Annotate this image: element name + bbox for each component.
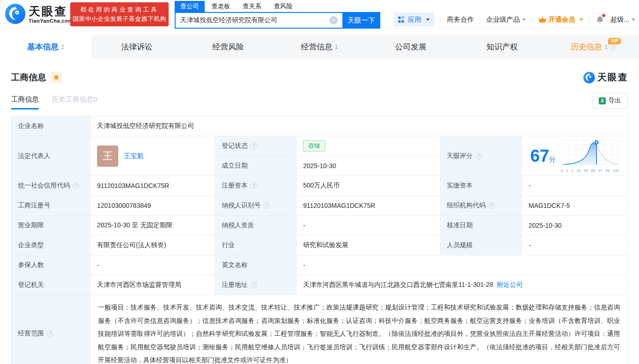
legal-rep-avatar[interactable]: 王: [97, 146, 118, 167]
field-value-org-code: MAG1DCK7-5: [522, 196, 627, 216]
field-value-reg-authority: 天津市河西区市场监督管理局: [91, 275, 215, 295]
field-value-reg-capital: 500万人民币: [297, 176, 440, 196]
field-label-business-scope: 经营范围 ?: [12, 295, 91, 364]
tab-operation-risk[interactable]: 经营风险: [183, 35, 274, 59]
field-value-reg-address: 天津市河西区黑牛城道与内江北路交口西北侧七贤南里11-1-301-28 附近公司: [297, 275, 627, 295]
subtab-history-business-info[interactable]: 历史工商信息0: [52, 95, 97, 109]
notification-dot: [602, 14, 605, 17]
monitor-bell-icon[interactable]: [51, 72, 62, 83]
table-row: 登记机关 天津市河西区市场监督管理局 注册地址 ? 天津市河西区黑牛城道与内江北…: [12, 275, 627, 295]
search-tab-risk[interactable]: 查风险: [274, 2, 293, 11]
divider: [440, 17, 441, 23]
help-icon[interactable]: ?: [47, 330, 53, 337]
table-row: 经营范围 ? 一般项目：技术服务、技术开发、技术咨询、技术交流、技术转让、技术推…: [12, 295, 627, 364]
field-label-credit-code: 统一社会信用代码 ?: [12, 176, 91, 196]
field-value-taxpayer-quality: -: [297, 216, 440, 236]
table-row: 营业期限 2025-10-30 至 无固定期限 纳税人资质 - 核准日期 202…: [12, 216, 627, 236]
search-tab-boss[interactable]: 查老板: [212, 2, 231, 11]
tab-count: 1: [335, 43, 338, 50]
chevron-down-icon: [632, 18, 635, 21]
top-header: 天眼查 TianYanCha.com 都在用的商业查询工具 国家中小企业发展子基…: [0, 0, 639, 29]
tab-basic-info[interactable]: 基本信息 2: [0, 35, 91, 59]
field-label-taxpayer-quality: 纳税人资质: [215, 216, 297, 236]
field-label-reg-capital: 注册资本 ?: [215, 176, 297, 196]
field-label-reg-address: 注册地址 ?: [215, 275, 297, 295]
subtab-business-info[interactable]: 工商信息: [11, 95, 39, 109]
clear-search-icon[interactable]: ×: [329, 16, 338, 24]
field-value-paid-capital: -: [522, 176, 627, 196]
field-value-company-name: 天津城投低空经济研究院有限公司: [91, 116, 627, 136]
field-label-business-term: 营业期限: [12, 216, 91, 236]
chevron-down-icon: [426, 18, 430, 21]
tab-count: 1: [604, 43, 608, 50]
search-input[interactable]: [175, 12, 342, 29]
field-label-english-name: 英文名称: [215, 255, 297, 275]
field-value-credit-code: 91120103MAG1DCK75R: [91, 176, 215, 196]
field-label-staff-size: 人员规模: [440, 236, 522, 255]
table-row: 统一社会信用代码 ? 91120103MAG1DCK75R 注册资本 ? 500…: [12, 176, 627, 196]
legal-rep-link[interactable]: 王宝魁: [124, 152, 143, 160]
export-button[interactable]: X 导出: [592, 93, 628, 109]
menu-open-vip[interactable]: 开通会员: [538, 15, 583, 24]
notifications-bell-icon[interactable]: [596, 15, 604, 24]
field-value-reg-status: 存续: [297, 136, 440, 156]
field-value-industry: 研究和试验发展: [297, 236, 440, 255]
tianyancha-logo[interactable]: 天眼查 TianYanCha.com: [5, 3, 73, 24]
tab-intellectual-property[interactable]: 知识产权: [456, 35, 548, 59]
menu-super-vip[interactable]: 超级...: [610, 15, 635, 24]
help-icon[interactable]: ?: [250, 143, 257, 149]
section-title: 工商信息: [11, 72, 46, 84]
help-icon[interactable]: ?: [475, 153, 482, 159]
divider: [589, 17, 590, 23]
field-value-establish-date: 2025-10-30: [297, 156, 440, 176]
promo-badge: 都在用的商业查询工具 国家中小企业发展子基金旗下机构: [70, 2, 169, 26]
promo-line-2: 国家中小企业发展子基金旗下机构: [70, 14, 169, 24]
help-icon[interactable]: ?: [250, 182, 257, 189]
business-info-table: 企业名称 天津城投低空经济研究院有限公司 法定代表人 王 王宝魁 登记状态 ? …: [11, 116, 628, 364]
menu-enterprise-products[interactable]: 企业级产品: [486, 15, 526, 24]
table-row: 法定代表人 王 王宝魁 登记状态 ? 存续 成立日期 2025-10-30 天眼…: [12, 136, 627, 176]
tab-legal-proceedings[interactable]: 法律诉讼: [91, 35, 183, 59]
search-tab-company[interactable]: 查公司: [175, 1, 205, 12]
field-label-company-name: 企业名称: [12, 116, 91, 136]
nearby-companies-link[interactable]: 附近公司: [497, 281, 523, 289]
field-value-staff-size: -: [522, 236, 627, 255]
chevron-down-icon: [522, 18, 526, 21]
help-icon[interactable]: ?: [73, 182, 79, 189]
vip-crown-icon: [538, 16, 547, 23]
field-label-reg-authority: 登记机关: [12, 275, 91, 295]
watermark-logo: 天眼查: [583, 71, 628, 84]
watermark-text: 天眼查: [597, 71, 628, 84]
score-distribution-chart: 0131550859799100: [560, 139, 620, 173]
help-icon[interactable]: ?: [263, 202, 270, 209]
field-value-reg-number: 120103000783849: [91, 196, 215, 216]
help-icon[interactable]: ?: [609, 44, 616, 50]
help-icon[interactable]: ?: [250, 282, 257, 288]
help-icon[interactable]: ?: [488, 202, 495, 209]
field-label-tyc-score: 天眼评分 ?: [440, 136, 522, 176]
table-row: 工商注册号 120103000783849 纳税人识别号 ? 91120103M…: [12, 196, 627, 216]
apps-menu-label: 应用: [408, 15, 421, 24]
field-value-business-term: 2025-10-30 至 无固定期限: [91, 216, 215, 236]
apps-menu[interactable]: 应用: [394, 12, 434, 27]
menu-cooperation[interactable]: 商务合作: [447, 15, 474, 24]
tab-history-info[interactable]: 历史信息 1 ? VIP: [548, 35, 639, 59]
field-label-paid-capital: 实缴资本: [440, 176, 522, 196]
search-tab-relation[interactable]: 查关系: [243, 2, 262, 11]
vip-badge: VIP: [608, 38, 621, 44]
status-badge: 存续: [303, 140, 325, 152]
chevron-down-icon: [579, 18, 583, 21]
tianyancha-logo-icon: [5, 3, 26, 24]
divider: [480, 17, 480, 23]
table-row: 企业名称 天津城投低空经济研究院有限公司: [12, 116, 627, 136]
field-label-establish-date: 成立日期: [215, 156, 297, 176]
field-value-taxpayer-id: 91120103MAG1DCK75R: [297, 196, 440, 216]
main-content: 工商信息 天眼查 工商信息 历史工商信息0 X 导出 企: [0, 71, 639, 364]
search-button[interactable]: 天眼一下: [342, 12, 380, 29]
score-axis-ticks: 0131550859799100: [560, 168, 620, 173]
tab-operation-info[interactable]: 经营信息 1: [274, 35, 365, 59]
search-area: 查公司 查老板 查关系 查风险 × 天眼一下: [175, 1, 380, 29]
logo-domain: TianYanCha.com: [29, 18, 73, 24]
tab-company-development[interactable]: 公司发展: [365, 35, 456, 59]
divider: [532, 17, 532, 23]
